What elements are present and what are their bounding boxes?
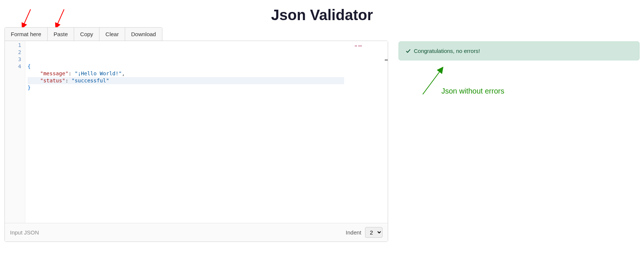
editor-panel: Format here Paste Copy Clear Download 12…	[4, 27, 388, 242]
success-alert: Congratulations, no errors!	[399, 41, 640, 60]
scrollbar-thumb[interactable]	[385, 60, 388, 60]
line-gutter: 1234	[5, 41, 25, 223]
code-area[interactable]: { "message": "¡Hello World!", "status": …	[25, 41, 388, 223]
success-message: Congratulations, no errors!	[414, 48, 480, 54]
clear-button[interactable]: Clear	[99, 28, 125, 41]
minimap-icon: ▮▮ ▮▮▮	[355, 42, 362, 50]
toolbar: Format here Paste Copy Clear Download	[4, 27, 162, 41]
indent-label: Indent	[346, 229, 361, 236]
svg-line-2	[423, 69, 441, 94]
indent-select[interactable]: 2	[365, 227, 383, 238]
editor-footer-label: Input JSON	[10, 229, 39, 236]
copy-button[interactable]: Copy	[74, 28, 99, 41]
annotation-label-success: Json without errors	[441, 87, 504, 95]
download-button[interactable]: Download	[125, 28, 162, 41]
check-icon	[406, 48, 411, 54]
format-button[interactable]: Format here	[5, 28, 48, 41]
results-panel: Congratulations, no errors! Json without…	[399, 27, 640, 242]
paste-button[interactable]: Paste	[48, 28, 74, 41]
json-editor[interactable]: 1234 { "message": "¡Hello World!", "stat…	[5, 41, 388, 223]
page-title: Json Validator	[0, 0, 644, 27]
